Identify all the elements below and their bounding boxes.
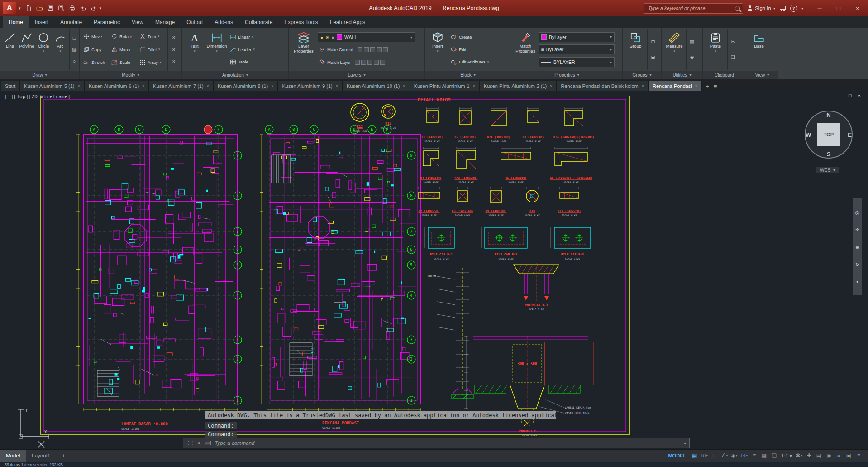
linetype-select[interactable]: ≡ByLayer▾ [539, 44, 615, 54]
navbar-more-icon[interactable]: ▾ [856, 279, 858, 284]
edit-block-button[interactable]: Edit [449, 45, 490, 54]
polyline-button[interactable]: Polyline [19, 29, 34, 70]
ribbon-tab-view[interactable]: View [126, 16, 149, 28]
hatch-tool-icon[interactable]: ▨ [72, 47, 76, 53]
search-icon[interactable] [735, 6, 740, 11]
doc-tab-close-icon[interactable]: × [207, 84, 209, 88]
doc-tab-close-icon[interactable]: × [142, 84, 144, 88]
doc-tab-kusen-aluminium-6-1-[interactable]: Kusen Aluminium-6 (1)× [85, 81, 149, 91]
doc-tab-close-icon[interactable]: × [271, 84, 273, 88]
edit-attributes-button[interactable]: Edit Attributes▾ [449, 57, 490, 67]
wcs-selector[interactable]: WCS ▾ [816, 167, 839, 173]
layer-tool-icon[interactable] [364, 47, 369, 52]
annotation-scale-control[interactable]: 1:1▾ [779, 453, 794, 459]
ribbon-tab-featured-apps[interactable]: Featured Apps [324, 16, 371, 28]
qat-customize-caret-icon[interactable]: ▾ [100, 6, 102, 10]
app-store-cart-icon[interactable] [779, 5, 786, 11]
stretch-button[interactable]: Stretch [82, 58, 110, 67]
layer-tool-icon[interactable] [355, 60, 360, 65]
workspace-switching[interactable]: ✱▾ [794, 451, 804, 460]
doc-tab-close-icon[interactable]: × [550, 84, 552, 88]
layer-tool-icon[interactable] [361, 60, 366, 65]
layer-tool-icon[interactable] [374, 60, 379, 65]
line-button[interactable]: Line [2, 29, 18, 70]
paste-button[interactable]: Paste▾ [705, 29, 726, 70]
save-button[interactable] [45, 3, 56, 14]
quick-calc-icon[interactable]: ▦ [690, 39, 694, 45]
leader-button[interactable]: Leader▾ [229, 45, 256, 54]
object-color-select[interactable]: ByLayer▾ [539, 32, 615, 42]
doc-tab-kusen-pintu-aluminium-2-1-[interactable]: Kusen Pintu Aluminium-2 (1)× [480, 81, 557, 91]
cad-drawing[interactable]: ABCDF987654321ABCDEF987654321K12SCALE 1:… [0, 91, 868, 449]
move-button[interactable]: Move [82, 32, 110, 41]
graphics-performance[interactable]: ≈ [834, 451, 844, 460]
autocad-logo-button[interactable]: A [3, 2, 16, 14]
doc-tab-kusen-aluminium-8-1-[interactable]: Kusen Aluminium-8 (1)× [214, 81, 278, 91]
draw-panel-label[interactable]: Draw▾ [0, 71, 79, 79]
doc-tab-close-icon[interactable]: × [642, 84, 644, 88]
layer-tool-icon[interactable] [380, 60, 385, 65]
maximize-button[interactable]: □ [829, 0, 848, 16]
close-button[interactable]: × [848, 0, 867, 16]
doc-restore-button[interactable]: □ [849, 93, 852, 98]
fillet-button[interactable]: Fillet▾ [138, 45, 166, 54]
doc-tab-rencana-pondasi-dan-balok-kolom[interactable]: Rencana Pondasi dan Balok kolom× [557, 81, 649, 91]
doc-tab-close-icon[interactable]: × [78, 84, 80, 88]
doc-tab-overflow-menu[interactable]: ≡ [714, 83, 717, 90]
viewcube-north[interactable]: N [826, 111, 830, 118]
doc-close-button[interactable]: × [858, 93, 861, 98]
trim-button[interactable]: Trim▾ [138, 32, 166, 41]
ribbon-tab-parametric[interactable]: Parametric [88, 16, 126, 28]
text-button[interactable]: AText▾ [184, 29, 205, 70]
quick-properties-toggle[interactable]: ▤ [814, 451, 824, 460]
selection-cycling-toggle[interactable]: ❏ [769, 451, 779, 460]
undo-button[interactable] [78, 3, 88, 14]
help-search-input[interactable] [647, 5, 735, 11]
layer-tool-icon[interactable] [367, 60, 372, 65]
measure-button[interactable]: Measure▾ [664, 29, 685, 70]
id-point-icon[interactable]: ⊕ [690, 54, 694, 60]
match-properties-button[interactable]: Match Properties [514, 29, 537, 70]
erase-tool-icon[interactable]: ⊘ [171, 34, 175, 40]
copy-clip-icon[interactable]: ❏ [731, 54, 735, 60]
copy-button[interactable]: Copy [82, 45, 110, 54]
new-file-button[interactable] [24, 3, 34, 14]
lineweight-toggle[interactable]: ≡ [749, 451, 759, 460]
layer-tool-icon[interactable] [383, 47, 388, 52]
isometric-drafting-toggle[interactable]: ◈▾ [730, 451, 739, 460]
layer-tool-icon[interactable] [370, 47, 375, 52]
snap-mode-toggle[interactable]: ⊞▾ [700, 451, 709, 460]
table-button[interactable]: Table [229, 57, 256, 67]
command-drag-grip[interactable]: ⋮⋮ [186, 440, 194, 445]
layer-properties-button[interactable]: Layer Properties [291, 29, 316, 70]
circle-button[interactable]: Circle▾ [36, 29, 51, 70]
layers-panel-label[interactable]: Layers▾ [289, 71, 424, 79]
ribbon-tab-manage[interactable]: Manage [149, 16, 181, 28]
drawing-area[interactable]: ABCDF987654321ABCDEF987654321K12SCALE 1:… [0, 91, 868, 449]
viewcube[interactable]: N S W E TOP [802, 108, 855, 161]
offset-tool-icon[interactable]: ⊙ [171, 58, 175, 64]
annotation-panel-label[interactable]: Annotation▾ [182, 71, 288, 79]
groups-panel-label[interactable]: Groups▾ [623, 71, 661, 79]
viewcube-east[interactable]: E [848, 131, 852, 138]
doc-tab-kusen-aluminium-10-1-[interactable]: Kusen Aluminium-10 (1)× [343, 81, 410, 91]
orbit-icon[interactable]: ↻ [855, 262, 859, 268]
pan-icon[interactable]: ✛ [855, 227, 859, 233]
view-panel-label[interactable]: View▾ [746, 71, 778, 79]
clipboard-panel-label[interactable]: Clipboard [703, 71, 746, 79]
minimize-button[interactable]: ─ [810, 0, 829, 16]
doc-tab-kusen-pintu-aluminium-1[interactable]: Kusen Pintu Aluminium-1× [410, 81, 480, 91]
command-input[interactable]: Type a command [215, 440, 254, 446]
model-tab[interactable]: Model [0, 450, 26, 462]
annotation-monitor[interactable]: ✚ [804, 451, 814, 460]
doc-tab-kusen-aluminium-5-1-[interactable]: Kusen Aluminium-5 (1)× [20, 81, 85, 91]
polar-tracking-toggle[interactable]: ∠▾ [720, 451, 729, 460]
layer-tool-icon[interactable] [377, 47, 382, 52]
ribbon-tab-annotate[interactable]: Annotate [54, 16, 88, 28]
viewcube-south[interactable]: S [827, 151, 831, 158]
mirror-button[interactable]: Mirror [110, 45, 138, 54]
lineweight-select[interactable]: BYLAYER▾ [539, 57, 615, 67]
save-as-button[interactable] [56, 3, 67, 14]
ellipse-tool-icon[interactable]: ○ [73, 58, 76, 64]
new-drawing-tab-button[interactable]: + [706, 83, 709, 90]
